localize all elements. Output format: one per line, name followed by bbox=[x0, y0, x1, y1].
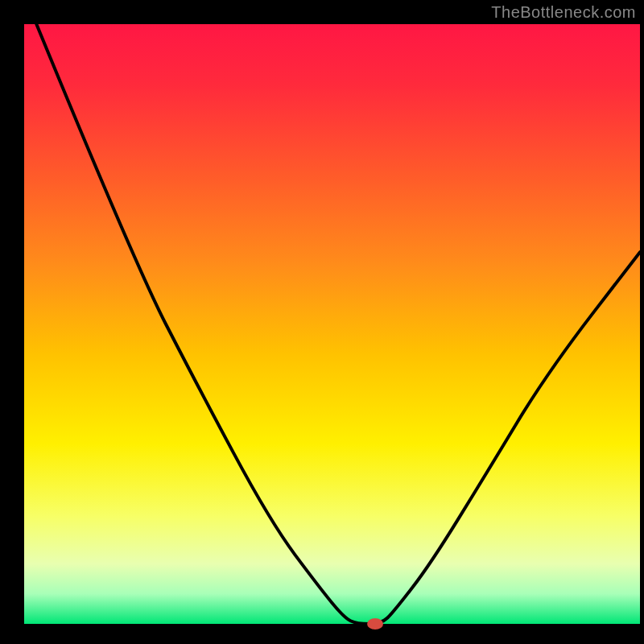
watermark-text: TheBottleneck.com bbox=[491, 3, 636, 22]
gradient-background bbox=[24, 24, 640, 624]
chart-frame: TheBottleneck.com bbox=[0, 0, 644, 644]
bottleneck-chart bbox=[0, 0, 644, 644]
optimal-marker bbox=[367, 618, 383, 630]
